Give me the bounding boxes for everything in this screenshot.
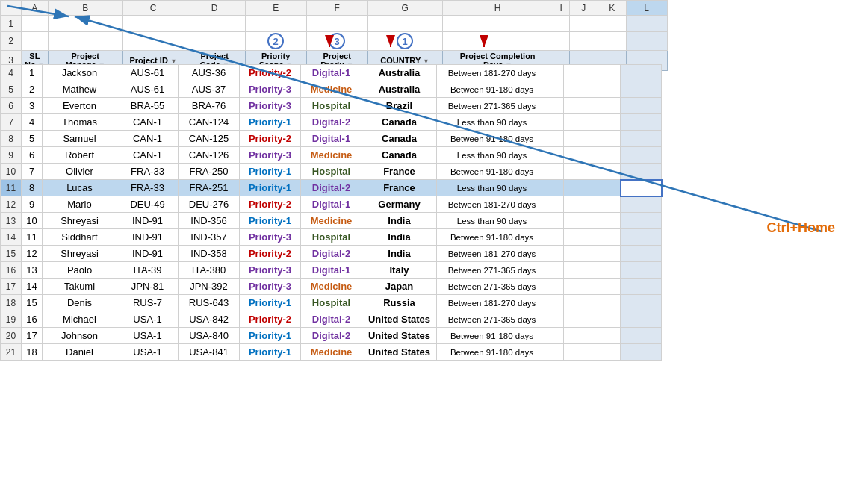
cell-K13[interactable] <box>592 213 621 229</box>
cell-I20[interactable] <box>547 328 564 344</box>
cell-J17[interactable] <box>564 279 592 295</box>
cell-K18[interactable] <box>592 295 621 311</box>
cell-L16[interactable] <box>621 262 662 279</box>
cell-B15[interactable]: Shreyasi <box>43 246 117 262</box>
cell-J20[interactable] <box>564 328 592 344</box>
cell-A9[interactable]: 6 <box>22 147 43 164</box>
cell-H15[interactable]: Between 181-270 days <box>437 246 547 262</box>
cell-C19[interactable]: USA-1 <box>117 311 179 328</box>
cell-G16[interactable]: Italy <box>362 262 437 279</box>
cell-B18[interactable]: Denis <box>43 295 117 311</box>
col-header-F[interactable]: F <box>306 1 367 16</box>
cell-J4[interactable] <box>564 65 592 81</box>
cell-H13[interactable]: Less than 90 days <box>437 213 547 229</box>
col-header-K[interactable]: K <box>598 1 626 16</box>
cell-C13[interactable]: IND-91 <box>117 213 179 229</box>
cell-F9[interactable]: Medicine <box>301 147 362 164</box>
cell-F1[interactable] <box>306 16 367 32</box>
cell-F16[interactable]: Digital-1 <box>301 262 362 279</box>
cell-C17[interactable]: JPN-81 <box>117 279 179 295</box>
cell-I1[interactable] <box>553 16 569 32</box>
cell-L1[interactable] <box>626 16 667 32</box>
cell-G8[interactable]: Canada <box>362 131 437 147</box>
cell-G15[interactable]: India <box>362 246 437 262</box>
cell-F2[interactable]: 3 <box>306 32 367 51</box>
cell-B5[interactable]: Mathew <box>43 81 117 98</box>
cell-A2[interactable] <box>22 32 49 51</box>
cell-D4[interactable]: AUS-36 <box>179 65 240 81</box>
cell-G18[interactable]: Russia <box>362 295 437 311</box>
cell-K21[interactable] <box>592 344 621 361</box>
cell-K12[interactable] <box>592 196 621 213</box>
cell-H16[interactable]: Between 271-365 days <box>437 262 547 279</box>
cell-A17[interactable]: 14 <box>22 279 43 295</box>
cell-K9[interactable] <box>592 147 621 164</box>
cell-B14[interactable]: Siddhart <box>43 229 117 246</box>
cell-J1[interactable] <box>569 16 598 32</box>
cell-K14[interactable] <box>592 229 621 246</box>
cell-I19[interactable] <box>547 311 564 328</box>
cell-J11[interactable] <box>564 180 592 196</box>
cell-J8[interactable] <box>564 131 592 147</box>
col-header-E[interactable]: E <box>245 1 306 16</box>
cell-F11[interactable]: Digital-2 <box>301 180 362 196</box>
cell-L17[interactable] <box>621 279 662 295</box>
cell-K15[interactable] <box>592 246 621 262</box>
cell-D15[interactable]: IND-358 <box>179 246 240 262</box>
cell-D6[interactable]: BRA-76 <box>179 98 240 114</box>
cell-A18[interactable]: 15 <box>22 295 43 311</box>
cell-K17[interactable] <box>592 279 621 295</box>
cell-H10[interactable]: Between 91-180 days <box>437 164 547 180</box>
cell-A14[interactable]: 11 <box>22 229 43 246</box>
cell-L12[interactable] <box>621 196 662 213</box>
cell-B13[interactable]: Shreyasi <box>43 213 117 229</box>
cell-K10[interactable] <box>592 164 621 180</box>
cell-B17[interactable]: Takumi <box>43 279 117 295</box>
cell-B19[interactable]: Michael <box>43 311 117 328</box>
cell-D20[interactable]: USA-840 <box>179 328 240 344</box>
cell-B6[interactable]: Everton <box>43 98 117 114</box>
cell-E15[interactable]: Priority-2 <box>240 246 301 262</box>
cell-B8[interactable]: Samuel <box>43 131 117 147</box>
cell-B9[interactable]: Robert <box>43 147 117 164</box>
cell-A4[interactable]: 1 <box>22 65 43 81</box>
cell-D16[interactable]: ITA-380 <box>179 262 240 279</box>
cell-C10[interactable]: FRA-33 <box>117 164 179 180</box>
cell-A21[interactable]: 18 <box>22 344 43 361</box>
cell-B4[interactable]: Jackson <box>43 65 117 81</box>
cell-J6[interactable] <box>564 98 592 114</box>
cell-C9[interactable]: CAN-1 <box>117 147 179 164</box>
cell-L2[interactable] <box>626 32 667 51</box>
cell-C6[interactable]: BRA-55 <box>117 98 179 114</box>
cell-F7[interactable]: Digital-2 <box>301 114 362 131</box>
cell-A6[interactable]: 3 <box>22 98 43 114</box>
cell-B2[interactable] <box>48 32 122 51</box>
cell-B7[interactable]: Thomas <box>43 114 117 131</box>
cell-J10[interactable] <box>564 164 592 180</box>
cell-E17[interactable]: Priority-3 <box>240 279 301 295</box>
cell-L5[interactable] <box>621 81 662 98</box>
cell-F8[interactable]: Digital-1 <box>301 131 362 147</box>
cell-I21[interactable] <box>547 344 564 361</box>
cell-E11[interactable]: Priority-1 <box>240 180 301 196</box>
cell-G6[interactable]: Brazil <box>362 98 437 114</box>
cell-D13[interactable]: IND-356 <box>179 213 240 229</box>
cell-L11[interactable] <box>621 180 662 196</box>
cell-E16[interactable]: Priority-3 <box>240 262 301 279</box>
cell-B21[interactable]: Daniel <box>43 344 117 361</box>
cell-C18[interactable]: RUS-7 <box>117 295 179 311</box>
cell-D19[interactable]: USA-842 <box>179 311 240 328</box>
cell-D18[interactable]: RUS-643 <box>179 295 240 311</box>
cell-H20[interactable]: Between 91-180 days <box>437 328 547 344</box>
cell-G7[interactable]: Canada <box>362 114 437 131</box>
cell-L20[interactable] <box>621 328 662 344</box>
cell-F18[interactable]: Hospital <box>301 295 362 311</box>
cell-B20[interactable]: Johnson <box>43 328 117 344</box>
cell-H5[interactable]: Between 91-180 days <box>437 81 547 98</box>
cell-J13[interactable] <box>564 213 592 229</box>
cell-L9[interactable] <box>621 147 662 164</box>
col-header-L[interactable]: L <box>626 1 667 16</box>
cell-E6[interactable]: Priority-3 <box>240 98 301 114</box>
cell-B12[interactable]: Mario <box>43 196 117 213</box>
cell-C20[interactable]: USA-1 <box>117 328 179 344</box>
